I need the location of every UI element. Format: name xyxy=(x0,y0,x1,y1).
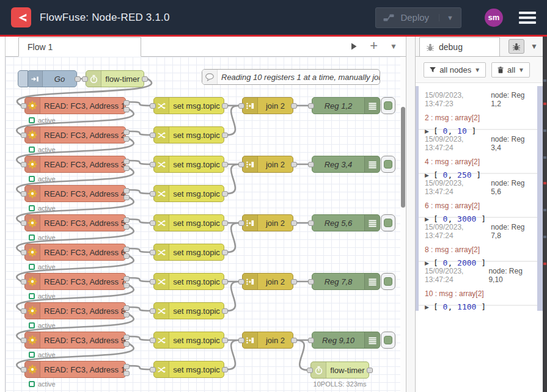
node-change-s7[interactable]: set msg.topic xyxy=(153,273,224,290)
node-modbus-read-r2[interactable]: READ: FC3, Address 2active xyxy=(24,126,126,143)
output-port-2[interactable] xyxy=(123,224,130,230)
input-port[interactable] xyxy=(150,191,156,197)
input-port[interactable] xyxy=(150,132,156,138)
output-port[interactable] xyxy=(291,338,297,343)
debug-toggle-button[interactable] xyxy=(381,332,395,349)
wire[interactable] xyxy=(129,219,150,223)
debug-message-list[interactable]: 15/09/2023, 13:47:23node: Reg 1,22 : msg… xyxy=(416,83,543,392)
output-port-2[interactable] xyxy=(123,195,130,200)
output-port-2[interactable] xyxy=(123,371,130,376)
node-debug-d3[interactable]: Reg 3,4 xyxy=(312,156,380,173)
expand-payload-icon[interactable]: ▶ xyxy=(425,260,429,266)
debug-message[interactable]: 15/09/2023, 13:47:24node: Reg 9,1010 : m… xyxy=(419,262,537,306)
node-modbus-read-r5[interactable]: READ: FC3, Address 5active xyxy=(24,214,126,231)
wire[interactable] xyxy=(129,307,150,311)
input-port[interactable] xyxy=(150,250,156,255)
node-link-lbot[interactable]: flow-timer10POLLS: 323ms xyxy=(310,361,369,379)
output-port[interactable] xyxy=(222,308,228,314)
output-port-1[interactable] xyxy=(123,276,130,281)
output-port[interactable] xyxy=(222,250,228,255)
input-port[interactable] xyxy=(150,279,156,285)
input-port[interactable] xyxy=(150,367,156,372)
wire[interactable] xyxy=(129,336,150,340)
expand-payload-icon[interactable]: ▶ xyxy=(425,128,429,134)
node-join-j9[interactable]: join 2 xyxy=(242,332,293,349)
node-change-s6[interactable]: set msg.topic xyxy=(153,244,224,261)
node-join-j5[interactable]: join 2 xyxy=(242,214,293,231)
output-port[interactable] xyxy=(222,220,228,226)
debug-toggle-button[interactable] xyxy=(381,156,395,173)
node-join-j7[interactable]: join 2 xyxy=(242,273,293,290)
input-port[interactable] xyxy=(21,103,27,109)
menu-icon[interactable] xyxy=(519,12,536,24)
input-port[interactable] xyxy=(238,220,244,226)
avatar[interactable]: sm xyxy=(485,9,503,27)
filter-nodes-button[interactable]: all nodes ▼ xyxy=(424,62,486,78)
debug-toggle-button[interactable] xyxy=(381,97,395,114)
output-port[interactable] xyxy=(222,367,228,372)
input-port[interactable] xyxy=(238,103,244,109)
output-port[interactable] xyxy=(222,191,228,197)
node-modbus-read-r4[interactable]: READ: FC3, Address 4active xyxy=(24,185,126,202)
node-modbus-read-r3[interactable]: READ: FC3, Address 3active xyxy=(24,156,126,173)
flow-canvas[interactable]: Goflow-timerReading 10 registers 1 at a … xyxy=(6,57,400,392)
output-port-1[interactable] xyxy=(123,129,130,135)
sidebar-menu-caret-icon[interactable]: ▼ xyxy=(528,42,540,51)
input-port[interactable] xyxy=(21,367,27,372)
wire[interactable] xyxy=(129,131,150,135)
node-change-s8[interactable]: set msg.topic xyxy=(153,302,224,319)
output-port-1[interactable] xyxy=(123,335,130,340)
node-modbus-read-r9[interactable]: READ: FC3, Address 9active xyxy=(24,332,126,349)
output-port[interactable] xyxy=(291,279,297,285)
node-debug-d7[interactable]: Reg 7,8 xyxy=(312,273,380,290)
expand-payload-icon[interactable]: ▶ xyxy=(425,172,429,178)
node-modbus-read-r6[interactable]: READ: FC3, Address 6active xyxy=(24,244,126,261)
input-port[interactable] xyxy=(150,103,156,109)
node-change-s5[interactable]: set msg.topic xyxy=(153,214,224,231)
input-port[interactable] xyxy=(21,338,27,343)
input-port[interactable] xyxy=(238,162,244,167)
debug-toggle-button[interactable] xyxy=(381,214,395,231)
input-port[interactable] xyxy=(238,279,244,285)
node-comment-cm[interactable]: Reading 10 registers 1 at a time, manual… xyxy=(202,69,380,85)
wire[interactable] xyxy=(129,102,150,106)
output-port-2[interactable] xyxy=(123,136,130,142)
output-port-2[interactable] xyxy=(123,107,130,112)
input-port[interactable] xyxy=(150,308,156,314)
node-change-s4[interactable]: set msg.topic xyxy=(153,185,224,202)
node-modbus-read-r8[interactable]: READ: FC3, Address 8active xyxy=(24,302,126,319)
node-modbus-read-r10[interactable]: READ: FC3, Address 10active xyxy=(24,361,126,378)
output-port-2[interactable] xyxy=(123,253,130,259)
output-port-2[interactable] xyxy=(123,341,130,347)
deploy-button[interactable]: Deploy ▼ xyxy=(375,7,461,28)
output-port[interactable] xyxy=(142,76,148,82)
output-port-1[interactable] xyxy=(123,305,130,311)
output-port-1[interactable] xyxy=(123,100,130,106)
clear-messages-button[interactable]: all ▼ xyxy=(491,62,530,78)
input-port[interactable] xyxy=(21,220,27,226)
input-port[interactable] xyxy=(21,250,27,255)
output-port-1[interactable] xyxy=(123,188,130,194)
wire[interactable] xyxy=(129,366,150,369)
output-port[interactable] xyxy=(222,279,228,285)
output-port[interactable] xyxy=(75,76,81,82)
sidebar-splitter[interactable] xyxy=(406,37,416,392)
node-change-s10[interactable]: set msg.topic xyxy=(153,361,224,378)
output-port-2[interactable] xyxy=(123,312,130,318)
node-change-s9[interactable]: set msg.topic xyxy=(153,332,224,349)
node-debug-d5[interactable]: Reg 5,6 xyxy=(312,214,380,231)
node-change-s1[interactable]: set msg.topic xyxy=(153,97,224,114)
output-port[interactable] xyxy=(222,338,228,343)
input-port[interactable] xyxy=(308,279,314,285)
output-port-2[interactable] xyxy=(123,165,130,171)
output-port[interactable] xyxy=(291,162,297,167)
tab-debug[interactable]: debug xyxy=(419,37,500,56)
add-flow-icon[interactable]: + xyxy=(370,39,378,53)
wire[interactable] xyxy=(129,161,150,164)
wire[interactable] xyxy=(129,249,150,252)
input-port[interactable] xyxy=(21,191,27,197)
input-port[interactable] xyxy=(21,308,27,314)
output-port-2[interactable] xyxy=(123,283,130,288)
input-port[interactable] xyxy=(150,338,156,343)
input-port[interactable] xyxy=(308,103,314,109)
